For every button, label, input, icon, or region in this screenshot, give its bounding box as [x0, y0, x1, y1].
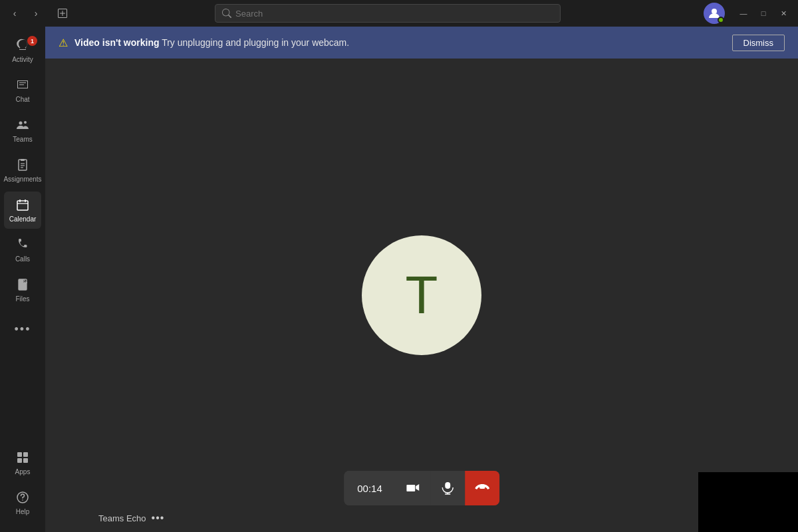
more-options[interactable]: •••: [152, 512, 165, 524]
sidebar-bottom: Apps Help: [4, 444, 41, 527]
svg-rect-13: [17, 452, 22, 457]
close-button[interactable]: ✕: [774, 4, 793, 23]
avatar-container: T: [362, 235, 481, 355]
more-label: •••: [15, 323, 31, 336]
warning-banner: ⚠ Video isn't working Try unplugging and…: [45, 27, 798, 59]
call-controls: 00:14: [344, 471, 499, 505]
svg-point-18: [22, 499, 23, 501]
calls-icon: [16, 238, 29, 253]
help-label: Help: [16, 508, 30, 515]
warning-bold: Video isn't working: [74, 37, 160, 48]
search-input[interactable]: [235, 9, 553, 19]
svg-rect-16: [23, 458, 28, 463]
sidebar-item-calendar[interactable]: Calendar: [4, 192, 41, 229]
title-bar: ‹ › — □ ✕: [0, 0, 798, 27]
camera-preview: [698, 472, 798, 532]
main-area: Activity 1 Chat Teams: [0, 27, 798, 532]
files-icon: [16, 278, 29, 293]
calendar-label: Calendar: [9, 215, 37, 223]
content-area: ⚠ Video isn't working Try unplugging and…: [45, 27, 798, 532]
sidebar-item-teams[interactable]: Teams: [4, 112, 41, 149]
svg-rect-3: [19, 160, 27, 170]
dismiss-button[interactable]: Dismiss: [732, 35, 785, 51]
sidebar-item-more[interactable]: •••: [4, 311, 41, 348]
sidebar-item-assignments[interactable]: Assignments: [4, 152, 41, 189]
teams-label: Teams: [13, 136, 32, 143]
warning-detail: Try unplugging and plugging in your webc…: [162, 37, 349, 48]
call-contact-info: Teams Echo •••: [98, 512, 164, 524]
assignments-icon: [16, 158, 29, 174]
help-icon: [16, 491, 29, 506]
sidebar: Activity 1 Chat Teams: [0, 27, 45, 532]
contact-name: Teams Echo: [98, 513, 146, 523]
profile-button[interactable]: [704, 3, 725, 24]
call-area: T 00:14: [45, 59, 798, 532]
sidebar-item-chat[interactable]: Chat: [4, 72, 41, 109]
svg-rect-8: [17, 201, 28, 210]
assignments-label: Assignments: [3, 176, 41, 183]
activity-badge: 1: [27, 36, 37, 46]
avatar-letter: T: [406, 265, 438, 326]
warning-text: Video isn't working Try unplugging and p…: [74, 37, 726, 48]
compose-button[interactable]: [53, 4, 72, 23]
sidebar-item-calls[interactable]: Calls: [4, 231, 41, 269]
mic-button[interactable]: [430, 471, 465, 505]
calls-label: Calls: [15, 255, 30, 263]
avatar-circle: T: [362, 235, 481, 355]
svg-rect-15: [17, 458, 22, 463]
forward-button[interactable]: ›: [27, 4, 45, 23]
apps-label: Apps: [15, 468, 31, 475]
sidebar-item-help[interactable]: Help: [4, 484, 41, 521]
maximize-button[interactable]: □: [754, 4, 773, 23]
video-button[interactable]: [396, 471, 430, 505]
svg-point-2: [24, 121, 27, 124]
minimize-button[interactable]: —: [734, 4, 753, 23]
teams-icon: [16, 118, 29, 134]
svg-rect-14: [23, 452, 28, 457]
apps-icon: [16, 451, 29, 466]
activity-label: Activity: [12, 56, 33, 63]
call-timer: 00:14: [344, 471, 396, 505]
search-bar[interactable]: [215, 4, 561, 23]
title-bar-right: — □ ✕: [704, 3, 793, 24]
svg-rect-19: [445, 482, 450, 489]
sidebar-item-activity[interactable]: Activity 1: [4, 32, 41, 69]
calendar-icon: [16, 198, 29, 213]
title-bar-left: ‹ ›: [5, 4, 72, 23]
files-label: Files: [15, 295, 29, 303]
chat-icon: [16, 78, 29, 94]
sidebar-item-files[interactable]: Files: [4, 271, 41, 309]
online-indicator: [718, 17, 724, 23]
chat-label: Chat: [15, 96, 29, 103]
window-controls: — □ ✕: [734, 4, 793, 23]
svg-point-1: [19, 121, 23, 124]
svg-point-0: [712, 9, 717, 14]
warning-icon: ⚠: [59, 37, 68, 49]
svg-rect-4: [21, 159, 25, 161]
back-button[interactable]: ‹: [5, 4, 24, 23]
end-call-button[interactable]: [465, 471, 499, 505]
sidebar-item-apps[interactable]: Apps: [4, 444, 41, 481]
